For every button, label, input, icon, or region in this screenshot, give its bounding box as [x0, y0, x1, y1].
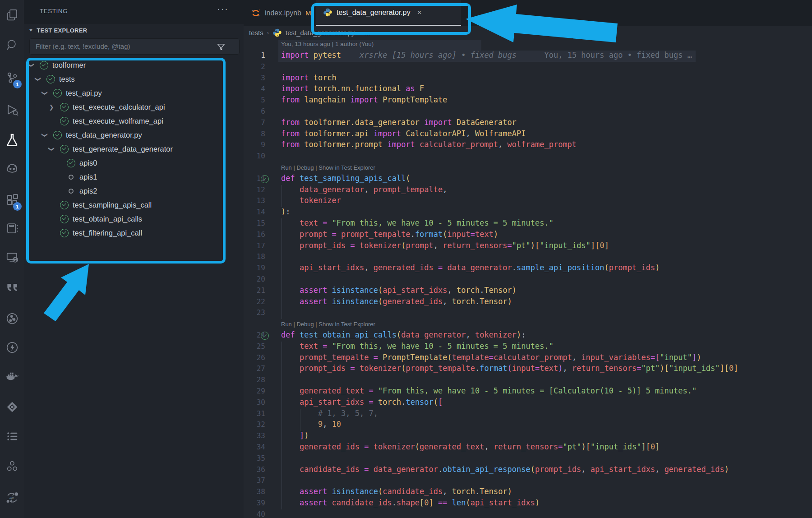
- chevron-down-icon[interactable]: ❯: [28, 62, 35, 69]
- code-text: text = "From this, we have 10 - 5 minute…: [281, 342, 554, 351]
- line-number: 30: [244, 398, 265, 407]
- extensions-icon[interactable]: 1: [0, 188, 24, 212]
- chevron-down-icon[interactable]: ❯: [48, 146, 55, 153]
- code-line-11[interactable]: 11def test_sampling_apis_call(: [244, 174, 812, 185]
- more-actions-icon[interactable]: ···: [217, 4, 229, 14]
- code-line-29[interactable]: 29 generated_text = "From this, we have …: [244, 386, 812, 398]
- chevron-right-icon[interactable]: ❯: [48, 104, 55, 111]
- code-line-13[interactable]: 13 tokenizer: [244, 196, 812, 207]
- chevron-down-icon[interactable]: ❯: [42, 90, 48, 97]
- source-control-icon[interactable]: 1: [0, 66, 24, 89]
- notebook-icon[interactable]: [0, 217, 24, 240]
- todo-list-icon[interactable]: [0, 425, 24, 448]
- code-line-31[interactable]: 31 # 1, 3, 5, 7,: [244, 409, 812, 420]
- test-tree-item-apis2[interactable]: apis2: [24, 184, 244, 198]
- chevron-down-icon[interactable]: ❯: [42, 132, 48, 139]
- code-line-16[interactable]: 16 prompt = prompt_tempalte.format(input…: [244, 230, 812, 241]
- code-line-2[interactable]: 2: [244, 62, 812, 73]
- test-tree-item-test_generate_data_generator[interactable]: ❯test_generate_data_generator: [24, 142, 244, 156]
- code-line-24[interactable]: 24def test_obtain_api_calls(data_generat…: [244, 330, 812, 342]
- line-number: 10: [244, 152, 265, 160]
- code-line-5[interactable]: 5from langchain import PromptTemplate: [244, 95, 812, 106]
- test-tree-item-test_sampling_apis_call[interactable]: test_sampling_apis_call: [24, 198, 244, 212]
- code-line-20[interactable]: 20: [244, 274, 812, 286]
- code-line-15[interactable]: 15 text = "From this, we have 10 - 5 min…: [244, 218, 812, 230]
- code-text: prompt_tempalte = PromptTemplate(templat…: [281, 353, 701, 362]
- code-line-27[interactable]: 27 prompt_ids = tokenizer(prompt_tempalt…: [244, 364, 812, 375]
- code-line-10[interactable]: 10: [244, 151, 812, 162]
- codelens-actions[interactable]: Run | Debug | Show in Test Explorer: [244, 319, 812, 330]
- code-line-8[interactable]: 8from toolformer.api import CalculatorAP…: [244, 129, 812, 140]
- code-line-14[interactable]: 14):: [244, 207, 812, 218]
- chevron-down-icon[interactable]: ❯: [35, 76, 42, 83]
- code-line-23[interactable]: 23: [244, 308, 812, 319]
- quotes-icon[interactable]: [0, 276, 24, 299]
- breadcrumb-item[interactable]: test_data_generator.py: [286, 29, 355, 37]
- code-line-25[interactable]: 25 text = "From this, we have 10 - 5 min…: [244, 342, 812, 353]
- close-icon[interactable]: ×: [417, 8, 422, 17]
- code-line-36[interactable]: 36 candidate_ids = data_generator.obtain…: [244, 465, 812, 476]
- code-line-39[interactable]: 39 assert candidate_ids.shape[0] == len(…: [244, 498, 812, 509]
- code-line-19[interactable]: 19 api_start_idxs, generated_ids = data_…: [244, 263, 812, 274]
- line-number: 32: [244, 420, 265, 429]
- breadcrumb-item[interactable]: tests: [249, 29, 263, 37]
- code-line-33[interactable]: 33 ]): [244, 431, 812, 442]
- code-editor[interactable]: You, 13 hours ago | 1 author (You) 1impo…: [244, 40, 812, 518]
- code-line-3[interactable]: 3import torch: [244, 73, 812, 84]
- git-blame-header: You, 13 hours ago | 1 author (You): [281, 41, 374, 47]
- code-line-12[interactable]: 12 data_generator, prompt_tempalte,: [244, 185, 812, 196]
- code-line-22[interactable]: 22 assert isinstance(generated_ids, torc…: [244, 297, 812, 308]
- test-filter-input[interactable]: Filter (e.g. text, !exclude, @tag): [29, 38, 240, 55]
- copilot-icon[interactable]: [0, 157, 24, 180]
- lightning-icon[interactable]: [0, 336, 24, 359]
- code-line-32[interactable]: 32 9, 10: [244, 420, 812, 431]
- code-line-34[interactable]: 34 generated_ids = tokenizer(generated_t…: [244, 442, 812, 453]
- codelens-label[interactable]: Run | Debug | Show in Test Explorer: [281, 321, 375, 328]
- test-tree-item-test_data_generator.py[interactable]: ❯test_data_generator.py: [24, 128, 244, 142]
- line-number: 26: [244, 353, 265, 362]
- commit-graph-icon[interactable]: [0, 307, 24, 330]
- codelens-label[interactable]: Run | Debug | Show in Test Explorer: [281, 164, 375, 171]
- docker-icon[interactable]: [0, 365, 24, 388]
- search-icon[interactable]: [0, 33, 24, 57]
- filter-funnel-icon[interactable]: [217, 42, 226, 53]
- breadcrumb-item[interactable]: …: [364, 29, 371, 37]
- tab-test_data_generator.py[interactable]: test_data_generator.py×: [316, 0, 461, 26]
- testing-icon[interactable]: [0, 128, 24, 152]
- code-line-6[interactable]: 6: [244, 106, 812, 118]
- test-tree-item-apis0[interactable]: apis0: [24, 156, 244, 170]
- breadcrumb[interactable]: tests›test_data_generator.py›…: [244, 26, 812, 40]
- diamond-icon[interactable]: [0, 395, 24, 419]
- run-debug-icon[interactable]: [0, 98, 24, 121]
- test-tree-item-test_execute_calculator_api[interactable]: ❯test_execute_calculator_api: [24, 100, 244, 114]
- test-tree-item-test_obtain_api_calls[interactable]: test_obtain_api_calls: [24, 212, 244, 226]
- test-tree-item-toolformer[interactable]: ❯toolformer: [24, 58, 244, 72]
- test-tree-item-test_api.py[interactable]: ❯test_api.py: [24, 86, 244, 100]
- code-line-38[interactable]: 38 assert isinstance(candidate_ids, torc…: [244, 487, 812, 498]
- code-line-1[interactable]: 1import pytest xrsrke [15 hours ago] • f…: [244, 51, 812, 62]
- code-line-35[interactable]: 35: [244, 453, 812, 465]
- test-explorer-section-header[interactable]: ▼ TEST EXPLORER: [28, 24, 240, 36]
- code-line-4[interactable]: 4import torch.nn.functional as F: [244, 84, 812, 95]
- compare-diff-icon[interactable]: diff: [0, 486, 24, 509]
- code-line-7[interactable]: 7from toolformer.data_generator import D…: [244, 118, 812, 129]
- test-tree-item-test_execute_wolframe_api[interactable]: test_execute_wolframe_api: [24, 114, 244, 128]
- code-text: # 1, 3, 5, 7,: [281, 409, 378, 418]
- code-line-30[interactable]: 30 api_start_idxs = torch.tensor([: [244, 398, 812, 409]
- code-line-9[interactable]: 9from toolformer.prompt import calculato…: [244, 140, 812, 151]
- code-line-28[interactable]: 28: [244, 375, 812, 386]
- remote-explorer-icon[interactable]: [0, 245, 24, 269]
- tab-index.ipynb[interactable]: index.ipynbM: [244, 0, 316, 26]
- code-line-17[interactable]: 17 prompt_ids = tokenizer(prompt, return…: [244, 241, 812, 252]
- files-icon[interactable]: [0, 3, 24, 27]
- test-tree-item-tests[interactable]: ❯tests: [24, 72, 244, 86]
- code-line-40[interactable]: 40: [244, 509, 812, 518]
- code-line-18[interactable]: 18: [244, 252, 812, 263]
- code-line-37[interactable]: 37: [244, 476, 812, 487]
- code-line-21[interactable]: 21 assert isinstance(api_start_idxs, tor…: [244, 286, 812, 297]
- codelens-actions[interactable]: Run | Debug | Show in Test Explorer: [244, 162, 812, 174]
- test-tree-item-test_filtering_api_call[interactable]: test_filtering_api_call: [24, 226, 244, 240]
- code-line-26[interactable]: 26 prompt_tempalte = PromptTemplate(temp…: [244, 353, 812, 364]
- organization-icon[interactable]: [0, 454, 24, 478]
- test-tree-item-apis1[interactable]: apis1: [24, 170, 244, 184]
